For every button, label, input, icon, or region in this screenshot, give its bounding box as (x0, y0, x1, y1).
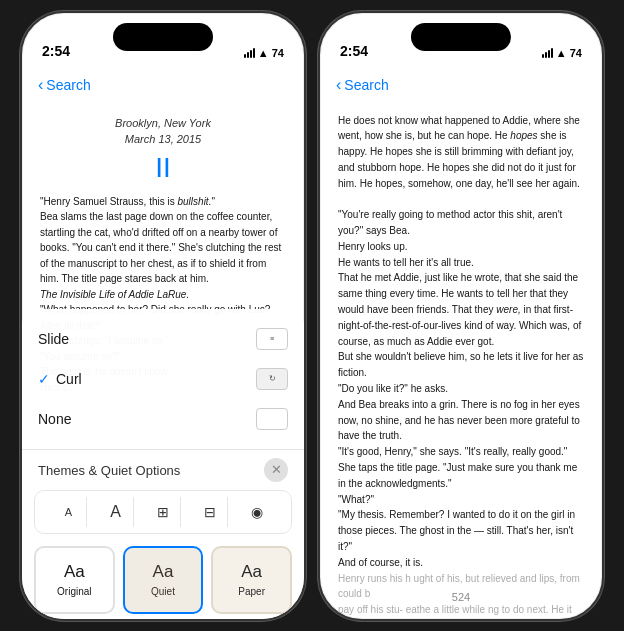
theme-paper-text: Aa (241, 562, 262, 582)
wifi-icon: ▲ (258, 47, 269, 59)
curl-icon: ↻ (256, 368, 288, 390)
curl-checkmark: ✓ (38, 371, 50, 387)
battery-label-right: 74 (570, 47, 582, 59)
back-label-right: Search (344, 77, 388, 93)
status-icons-left: ▲ 74 (244, 47, 284, 59)
back-chevron-icon: ‹ (38, 76, 43, 94)
themes-quiet-label: Themes & Quiet Options (38, 461, 180, 479)
time-left: 2:54 (42, 43, 70, 59)
theme-original[interactable]: Aa Original (34, 546, 115, 614)
right-book-content: He does not know what happened to Addie,… (320, 105, 602, 619)
theme-paper[interactable]: Aa Paper (211, 546, 292, 614)
chapter-heading: II (40, 152, 286, 184)
eye-icon: ◉ (251, 504, 263, 520)
font-style-button[interactable]: ⊟ (192, 497, 228, 527)
right-para-2: "You're really going to method actor thi… (338, 207, 584, 239)
time-right: 2:54 (340, 43, 368, 59)
right-para-5: That he met Addie, just like he wrote, t… (338, 270, 584, 349)
right-para-4: He wants to tell her it's all true. (338, 255, 584, 271)
wifi-icon-right: ▲ (556, 47, 567, 59)
left-phone: 2:54 ▲ 74 ‹ Search Brooklyn, Ne (20, 11, 306, 621)
page-layout-icon: ⊞ (157, 504, 169, 520)
signal-icon (244, 48, 255, 58)
dynamic-island-right (411, 23, 511, 51)
signal-icon-right (542, 48, 553, 58)
right-para-6: But she wouldn't believe him, so he lets… (338, 349, 584, 381)
none-icon (256, 408, 288, 430)
right-para-11: "My thesis. Remember? I wanted to do it … (338, 507, 584, 554)
overlay-panel: Slide ≡ ✓ Curl ↻ None Themes & (22, 309, 304, 619)
battery-label: 74 (272, 47, 284, 59)
book-header: Brooklyn, New York March 13, 2015 II (40, 115, 286, 184)
right-para-9: "It's good, Henry," she says. "It's real… (338, 444, 584, 491)
page-number: 524 (452, 591, 470, 603)
right-para-3: Henry looks up. (338, 239, 584, 255)
right-para-10: "What?" (338, 492, 584, 508)
theme-quiet-label: Quiet (151, 586, 175, 597)
display-options-button[interactable]: ◉ (239, 497, 275, 527)
book-location: Brooklyn, New York March 13, 2015 (40, 115, 286, 148)
right-para-8: And Bea breaks into a grin. There is no … (338, 397, 584, 444)
back-button-right[interactable]: ‹ Search (336, 76, 389, 94)
back-button-left[interactable]: ‹ Search (38, 76, 91, 94)
slide-icon: ≡ (256, 328, 288, 350)
right-book-text: He does not know what happened to Addie,… (338, 113, 584, 619)
theme-original-text: Aa (64, 562, 85, 582)
close-button[interactable]: ✕ (264, 458, 288, 482)
font-small-button[interactable]: A (51, 497, 87, 527)
right-para-12: And of course, it is. (338, 555, 584, 571)
location-line2: March 13, 2015 (125, 133, 201, 145)
theme-paper-label: Paper (238, 586, 265, 597)
right-para-7: "Do you like it?" he asks. (338, 381, 584, 397)
right-phone: 2:54 ▲ 74 ‹ Search He does not know what… (318, 11, 604, 621)
font-style-icon: ⊟ (204, 504, 216, 520)
right-para-1: He does not know what happened to Addie,… (338, 113, 584, 192)
slide-option-curl[interactable]: ✓ Curl ↻ (38, 359, 288, 399)
back-chevron-icon-right: ‹ (336, 76, 341, 94)
themes-section-header: Themes & Quiet Options ✕ (22, 450, 304, 486)
theme-quiet[interactable]: Aa Quiet (123, 546, 204, 614)
theme-original-label: Original (57, 586, 91, 597)
slide-option-slide[interactable]: Slide ≡ (38, 319, 288, 359)
slide-option-none[interactable]: None (38, 399, 288, 439)
back-label-left: Search (46, 77, 90, 93)
page-layout-button[interactable]: ⊞ (145, 497, 181, 527)
book-para-3: The Invisible Life of Addie LaRue. (40, 287, 286, 303)
nav-bar-right: ‹ Search (320, 65, 602, 105)
font-controls: A A ⊞ ⊟ ◉ (34, 490, 292, 534)
book-para-2: Bea slams the last page down on the coff… (40, 209, 286, 287)
nav-bar-left: ‹ Search (22, 65, 304, 105)
font-large-button[interactable]: A (98, 497, 134, 527)
theme-quiet-text: Aa (153, 562, 174, 582)
location-line1: Brooklyn, New York (115, 117, 211, 129)
status-icons-right: ▲ 74 (542, 47, 582, 59)
quiet-options-label: Quiet Options (101, 463, 181, 478)
slide-option-label-curl: Curl (56, 371, 82, 387)
slide-options: Slide ≡ ✓ Curl ↻ None (22, 309, 304, 450)
slide-option-label-slide: Slide (38, 331, 69, 347)
right-para-14: pay off his stu- eathe a little while ng… (338, 602, 584, 618)
theme-grid: Aa Original Aa Quiet Aa Paper Aa Bold Aa (22, 538, 304, 619)
slide-option-label-none: None (38, 411, 71, 427)
themes-title: Themes & (38, 463, 101, 478)
dynamic-island-left (113, 23, 213, 51)
book-para-1: "Henry Samuel Strauss, this is bullshit.… (40, 194, 286, 210)
phones-container: 2:54 ▲ 74 ‹ Search Brooklyn, Ne (20, 11, 604, 621)
